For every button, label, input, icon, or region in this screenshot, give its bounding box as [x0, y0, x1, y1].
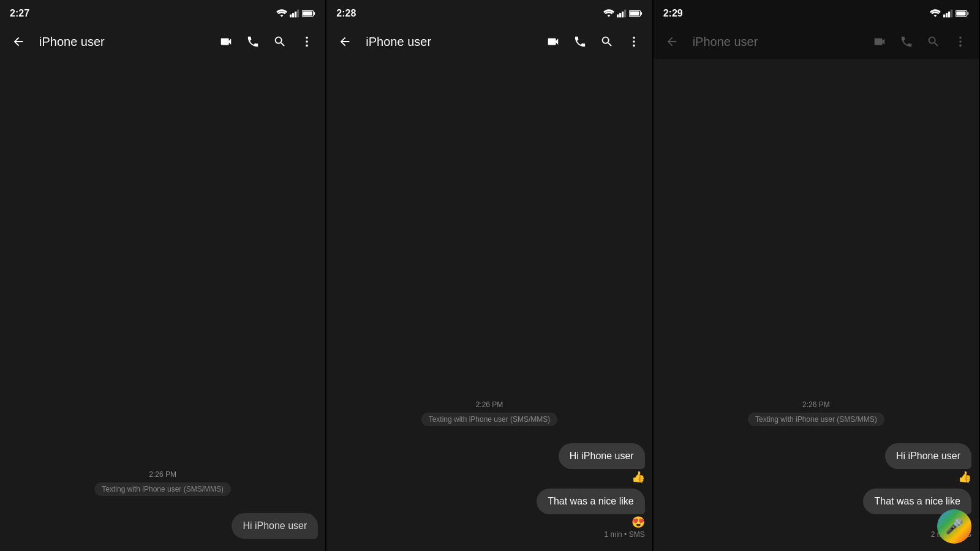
message-row-nice-like: That was a nice like 😍 1 min • SMS: [334, 489, 644, 539]
partial-bubble-1: Hi iPhone user: [232, 513, 318, 539]
status-bar-3: 2:29: [654, 0, 979, 24]
phone-call-button-1[interactable]: [242, 31, 264, 53]
bubble-nice-like: That was a nice like: [537, 489, 645, 514]
signal-icon-3: [943, 9, 953, 18]
back-button-2[interactable]: [334, 31, 356, 53]
phone-call-button-2[interactable]: [569, 31, 591, 53]
contact-name-1: iPhone user: [39, 35, 210, 49]
svg-rect-12: [622, 12, 624, 18]
more-button-2[interactable]: [623, 31, 645, 53]
time-2: 2:28: [336, 8, 356, 19]
more-button-1[interactable]: [296, 31, 318, 53]
svg-point-27: [959, 37, 962, 39]
timestamp-wrapper-3: 2:26 PM Texting with iPhone user (SMS/MM…: [661, 400, 971, 436]
search-button-2[interactable]: [596, 31, 618, 53]
svg-rect-3: [297, 10, 299, 18]
svg-point-19: [633, 45, 635, 47]
reaction-thumbs-up: 👍: [631, 470, 645, 484]
phone-call-button-3[interactable]: [895, 31, 918, 53]
svg-point-29: [959, 45, 962, 47]
message-area-2: 2:26 PM Texting with iPhone user (SMS/MM…: [326, 59, 652, 551]
message-row-hi: Hi iPhone user 👍: [334, 443, 644, 484]
battery-icon-2: [629, 10, 643, 17]
texting-label-3: Texting with iPhone user (SMS/MMS): [748, 413, 884, 426]
search-button-3[interactable]: [922, 31, 944, 53]
svg-rect-0: [290, 15, 292, 18]
top-bar-2: iPhone user: [326, 24, 652, 59]
svg-point-28: [959, 40, 962, 43]
svg-point-9: [306, 45, 308, 47]
svg-rect-21: [946, 13, 948, 17]
video-call-button-2[interactable]: [542, 31, 564, 53]
svg-rect-25: [967, 12, 968, 15]
time-3: 2:29: [663, 8, 683, 19]
svg-rect-5: [314, 12, 315, 15]
battery-icon: [302, 10, 315, 17]
timestamp-wrapper-1: 2:26 PM Texting with iPhone user (SMS/MM…: [7, 470, 318, 506]
top-bar-3: iPhone user: [654, 24, 979, 59]
svg-rect-26: [956, 12, 965, 16]
battery-icon-3: [956, 10, 969, 17]
video-call-button-3[interactable]: [869, 31, 891, 53]
texting-label-2: Texting with iPhone user (SMS/MMS): [421, 413, 558, 426]
back-button-1[interactable]: [7, 31, 29, 53]
svg-rect-16: [630, 12, 639, 16]
status-bar-2: 2:28: [326, 0, 652, 24]
timestamp-3: 2:26 PM: [802, 400, 830, 409]
time-1: 2:27: [10, 8, 29, 19]
svg-rect-2: [295, 12, 296, 18]
screen-3: 2:29 iPhone user 2:26 PM Texting with iP…: [654, 0, 980, 551]
contact-name-2: iPhone user: [366, 35, 537, 49]
screen-1: 2:27 iPhone user 2:26 PM Tex: [0, 0, 326, 551]
screen-2: 2:28 iPhone user 2:26 PM Texting with iP…: [326, 0, 653, 551]
contact-name-3: iPhone user: [693, 35, 864, 49]
video-call-button-1[interactable]: [215, 31, 237, 53]
svg-point-7: [306, 37, 308, 39]
status-icons-3: [930, 9, 969, 18]
search-button-1[interactable]: [269, 31, 291, 53]
svg-rect-22: [948, 12, 950, 18]
texting-label-1: Texting with iPhone user (SMS/MMS): [94, 482, 231, 496]
svg-rect-6: [303, 12, 312, 16]
wifi-icon-2: [603, 9, 614, 18]
message-row-nice-like-3: That was a nice like 😍 2 min • SMS: [661, 489, 971, 539]
signal-icon-2: [617, 9, 627, 18]
wifi-icon-3: [930, 9, 941, 18]
status-icons-2: [603, 9, 643, 18]
timestamp-1: 2:26 PM: [149, 470, 176, 479]
partial-bubble-row-1: Hi iPhone user: [7, 513, 318, 539]
more-button-3[interactable]: [949, 31, 971, 53]
message-area-3: 2:26 PM Texting with iPhone user (SMS/MM…: [654, 59, 979, 551]
svg-point-18: [633, 40, 635, 43]
reaction-thumbs-up-3: 👍: [958, 470, 971, 484]
timestamp-wrapper-2: 2:26 PM Texting with iPhone user (SMS/MM…: [334, 400, 644, 436]
svg-rect-1: [292, 13, 294, 17]
svg-rect-23: [951, 10, 952, 18]
reaction-heart-eyes: 😍: [631, 515, 645, 529]
wifi-icon: [276, 9, 287, 18]
bubble-hi-3: Hi iPhone user: [885, 443, 971, 469]
signal-icon: [290, 9, 300, 18]
message-row-hi-3: Hi iPhone user 👍: [661, 443, 971, 484]
svg-rect-10: [617, 15, 619, 18]
svg-rect-15: [641, 12, 642, 15]
top-bar-1: iPhone user: [0, 24, 325, 59]
svg-rect-11: [619, 13, 621, 17]
status-bar-1: 2:27: [0, 0, 325, 24]
timestamp-2: 2:26 PM: [476, 400, 503, 409]
svg-rect-13: [624, 10, 626, 18]
svg-rect-20: [943, 15, 945, 18]
svg-point-8: [306, 40, 308, 43]
google-assistant-button[interactable]: 🎤: [937, 509, 971, 544]
svg-point-17: [633, 37, 635, 39]
message-area-1: 2:26 PM Texting with iPhone user (SMS/MM…: [0, 59, 325, 551]
status-icons-1: [276, 9, 315, 18]
back-button-3[interactable]: [661, 31, 683, 53]
bubble-hi: Hi iPhone user: [559, 443, 645, 469]
bubble-meta-2: 1 min • SMS: [604, 530, 644, 539]
